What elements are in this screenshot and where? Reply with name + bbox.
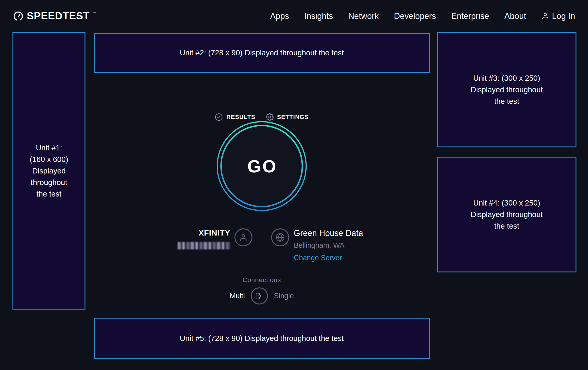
tab-settings-label: SETTINGS (277, 114, 309, 120)
server-name: Green House Data (294, 228, 363, 238)
go-button[interactable]: GO (217, 121, 307, 211)
connections-label: Connections (94, 276, 430, 284)
tab-settings[interactable]: SETTINGS (266, 113, 309, 121)
isp-info: XFINITY (178, 228, 230, 249)
login-label: Log In (552, 11, 575, 21)
nav-item-enterprise[interactable]: Enterprise (451, 11, 489, 21)
server-location: Bellingham, WA (294, 241, 363, 250)
multi-connection-icon[interactable] (251, 287, 268, 304)
main-nav: Apps Insights Network Developers Enterpr… (270, 11, 575, 21)
nav-item-developers[interactable]: Developers (394, 11, 436, 21)
ad-unit-4-text: Unit #4: (300 x 250) Displayed throughou… (471, 197, 543, 232)
right-ad-column: Unit #3: (300 x 250) Displayed throughou… (437, 32, 577, 370)
go-button-label: GO (246, 156, 277, 176)
user-icon (541, 12, 549, 20)
speedtest-logo[interactable]: SPEEDTEST ™ (13, 11, 96, 22)
ad-unit-4: Unit #4: (300 x 250) Displayed throughou… (437, 157, 577, 272)
ad-unit-3-text: Unit #3: (300 x 250) Displayed throughou… (471, 72, 543, 107)
nav-item-apps[interactable]: Apps (270, 11, 289, 21)
ad-unit-2: Unit #2: (728 x 90) Displayed throughout… (94, 33, 430, 73)
tab-results[interactable]: RESULTS (215, 113, 255, 121)
tab-results-label: RESULTS (226, 114, 255, 120)
nav-item-insights[interactable]: Insights (304, 11, 333, 21)
isp-avatar (234, 228, 252, 246)
ad-unit-1: Unit #1: (160 x 600) Displayed throughou… (12, 32, 85, 310)
top-nav-bar: SPEEDTEST ™ Apps Insights Network Develo… (0, 0, 588, 32)
results-settings-tabs: RESULTS SETTINGS (94, 113, 430, 121)
ad-unit-5: Unit #5: (728 x 90) Displayed throughout… (94, 318, 430, 359)
connections-toggle: Multi Single (94, 287, 430, 304)
nav-item-about[interactable]: About (504, 11, 526, 21)
server-avatar (271, 228, 289, 246)
ip-address-redacted (178, 242, 230, 249)
left-ad-column: Unit #1: (160 x 600) Displayed throughou… (12, 32, 85, 310)
brand-trademark: ™ (93, 11, 96, 15)
ad-unit-1-text: Unit #1: (160 x 600) Displayed throughou… (30, 142, 68, 200)
brand-name: SPEEDTEST (27, 11, 90, 21)
globe-icon (275, 232, 285, 242)
connections-single-label[interactable]: Single (274, 292, 294, 300)
isp-name: XFINITY (178, 228, 230, 237)
main-content: Unit #2: (728 x 90) Displayed throughout… (94, 32, 430, 370)
ad-unit-5-text: Unit #5: (728 x 90) Displayed throughout… (180, 333, 344, 344)
connections-multi-label[interactable]: Multi (230, 292, 245, 300)
connection-info-row: XFINITY Green House Data Bellingham, WA (94, 228, 430, 262)
ad-unit-3: Unit #3: (300 x 250) Displayed throughou… (437, 32, 577, 147)
check-circle-icon (215, 113, 223, 121)
server-info: Green House Data Bellingham, WA Change S… (294, 228, 363, 262)
speedometer-gauge-icon (13, 11, 23, 22)
ad-unit-2-text: Unit #2: (728 x 90) Displayed throughout… (180, 47, 344, 59)
person-icon (239, 232, 248, 242)
nav-item-network[interactable]: Network (348, 11, 379, 21)
login-button[interactable]: Log In (541, 11, 575, 21)
change-server-link[interactable]: Change Server (294, 254, 363, 262)
gear-icon (266, 113, 274, 121)
